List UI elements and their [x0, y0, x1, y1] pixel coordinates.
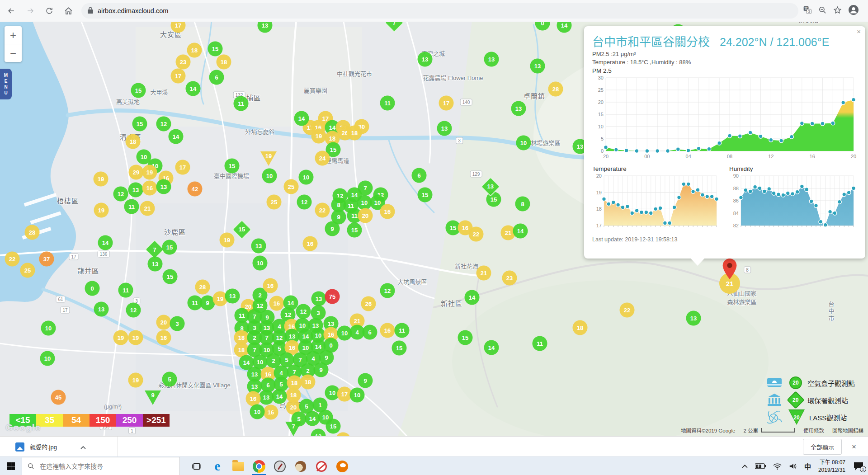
taskbar-search-box[interactable]: [22, 457, 180, 475]
airbox-station-marker[interactable]: 37: [39, 252, 54, 267]
airbox-station-marker[interactable]: 13: [251, 239, 266, 254]
airbox-station-marker[interactable]: 21: [476, 266, 491, 281]
airbox-station-marker[interactable]: 10: [299, 170, 314, 185]
airbox-station-marker[interactable]: 14: [513, 224, 528, 239]
airbox-station-marker[interactable]: 10: [41, 321, 56, 336]
airbox-station-marker[interactable]: 11: [533, 336, 547, 351]
airbox-station-marker[interactable]: 6: [209, 70, 224, 85]
airbox-station-marker[interactable]: 16: [458, 221, 473, 235]
https-lock-icon[interactable]: [88, 7, 93, 15]
airbox-station-marker[interactable]: 10: [350, 388, 365, 403]
airbox-station-marker[interactable]: 28: [25, 225, 40, 240]
airbox-station-marker[interactable]: 45: [51, 390, 66, 405]
airbox-station-marker[interactable]: 13: [225, 289, 240, 304]
search-input[interactable]: [39, 462, 163, 470]
capture-app-icon[interactable]: [311, 457, 332, 475]
airbox-station-marker[interactable]: 13: [148, 257, 163, 272]
panel-close-button[interactable]: ×: [857, 28, 861, 35]
airbox-station-marker[interactable]: 12: [113, 187, 128, 202]
airbox-station-marker[interactable]: 16: [263, 278, 278, 293]
airbox-station-marker[interactable]: 13: [128, 183, 143, 198]
airbox-station-marker[interactable]: 0: [85, 281, 100, 296]
downloaded-file-chip[interactable]: 親愛的.jpg: [11, 440, 90, 454]
airbox-station-marker[interactable]: 19: [94, 172, 108, 187]
airbox-station-marker[interactable]: 16: [303, 236, 318, 251]
airbox-station-marker[interactable]: 11: [380, 96, 395, 111]
airbox-station-marker[interactable]: 14: [186, 81, 201, 96]
airbox-station-marker[interactable]: 13: [511, 101, 526, 116]
airbox-station-marker[interactable]: 12: [156, 117, 171, 132]
menu-tab[interactable]: MENU: [0, 69, 12, 99]
airbox-station-marker[interactable]: 11: [395, 323, 410, 338]
airbox-station-marker[interactable]: 42: [188, 182, 203, 197]
airbox-station-marker[interactable]: 16: [380, 204, 395, 219]
airbox-station-marker[interactable]: 19: [311, 129, 326, 144]
airbox-station-marker[interactable]: 13: [437, 121, 452, 136]
airbox-station-marker[interactable]: 26: [361, 296, 376, 311]
bookmark-star-icon[interactable]: [833, 6, 842, 16]
airbox-station-marker[interactable]: 14: [294, 111, 309, 126]
airbox-station-marker[interactable]: 15: [225, 159, 240, 174]
airbox-station-marker[interactable]: 11: [124, 199, 139, 214]
airbox-station-marker[interactable]: 20: [358, 208, 373, 223]
airbox-station-marker[interactable]: 3: [170, 316, 185, 331]
profile-avatar[interactable]: [848, 5, 859, 17]
airbox-station-marker[interactable]: 19: [94, 203, 109, 218]
airbox-station-marker[interactable]: 20: [156, 315, 171, 330]
airbox-station-marker[interactable]: 25: [20, 263, 35, 278]
airbox-station-marker[interactable]: 15: [326, 419, 341, 434]
airbox-station-marker[interactable]: 19: [128, 373, 143, 388]
airbox-station-marker[interactable]: 10: [250, 404, 265, 419]
airbox-station-marker[interactable]: 14: [98, 235, 113, 250]
airbox-station-marker[interactable]: 15: [131, 83, 146, 98]
terms-link[interactable]: 使用條款: [803, 427, 824, 434]
airbox-station-marker[interactable]: 14: [305, 411, 320, 426]
wifi-icon[interactable]: [773, 463, 782, 470]
airbox-station-marker[interactable]: 15: [132, 117, 147, 132]
airbox-station-marker[interactable]: 19: [220, 233, 235, 248]
airbox-station-marker[interactable]: 9: [314, 362, 329, 377]
airbox-station-marker[interactable]: 6: [363, 325, 377, 340]
airbox-station-marker[interactable]: 7: [358, 181, 373, 196]
home-icon[interactable]: [61, 3, 76, 19]
task-view-button[interactable]: [186, 457, 207, 475]
report-error-link[interactable]: 回報地圖錯誤: [832, 427, 863, 434]
airbox-station-marker[interactable]: 21: [140, 201, 155, 216]
airbox-station-marker[interactable]: 10: [40, 351, 55, 366]
airbox-station-marker[interactable]: 10: [262, 169, 277, 183]
airbox-station-marker[interactable]: 25: [267, 195, 282, 210]
address-bar[interactable]: airbox.edimaxcloud.com: [81, 3, 798, 19]
zoom-in-button[interactable]: +: [5, 26, 22, 44]
squirrel-app-icon[interactable]: [290, 457, 311, 475]
airbox-station-marker[interactable]: 15: [418, 188, 433, 202]
airbox-station-marker[interactable]: 19: [142, 165, 157, 180]
compass-app-icon[interactable]: [269, 457, 290, 475]
notification-center-icon[interactable]: 1: [853, 461, 864, 472]
airbox-station-marker[interactable]: 22: [620, 303, 635, 318]
file-explorer-app-icon[interactable]: [228, 457, 249, 475]
airbox-station-marker[interactable]: 8: [515, 197, 530, 212]
airbox-station-marker[interactable]: 25: [284, 179, 299, 194]
airbox-station-marker[interactable]: 13: [311, 292, 326, 306]
airbox-station-marker[interactable]: 12: [297, 195, 312, 210]
airbox-station-marker[interactable]: 13: [94, 302, 109, 317]
airbox-station-marker[interactable]: 23: [176, 55, 191, 70]
airbox-station-marker[interactable]: 19: [113, 330, 128, 345]
airbox-station-marker[interactable]: 15: [392, 341, 407, 356]
airbox-station-marker[interactable]: 16: [264, 405, 278, 420]
airbox-station-marker[interactable]: 17: [439, 96, 454, 111]
chrome-app-icon[interactable]: [249, 457, 269, 475]
airbox-station-marker[interactable]: 14: [272, 389, 287, 404]
start-button[interactable]: [0, 457, 22, 475]
airbox-station-marker[interactable]: 16: [380, 323, 395, 338]
zoom-out-button[interactable]: −: [5, 44, 22, 62]
airbox-station-marker[interactable]: 18: [126, 134, 141, 149]
airbox-station-marker[interactable]: 9: [325, 221, 340, 236]
airbox-station-marker[interactable]: 18: [347, 126, 362, 141]
forward-icon[interactable]: [23, 3, 38, 19]
airbox-station-marker[interactable]: 29: [129, 165, 144, 180]
airbox-station-marker[interactable]: 13: [259, 390, 274, 405]
airbox-station-marker[interactable]: 14: [484, 340, 499, 355]
airbox-station-marker[interactable]: 15: [347, 223, 362, 238]
airbox-station-marker[interactable]: 14: [169, 129, 184, 144]
